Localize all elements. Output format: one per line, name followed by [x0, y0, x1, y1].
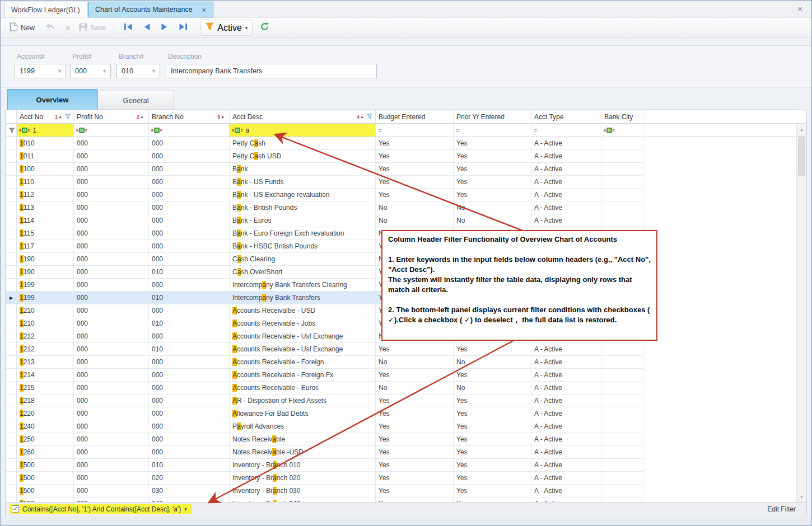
- active-filter-button[interactable]: Active ▾: [200, 20, 253, 36]
- cell-desc[interactable]: Bank - HSBC British Pounds: [230, 240, 376, 253]
- cell-profit[interactable]: 000: [74, 227, 149, 240]
- cell-budget[interactable]: Yes: [376, 472, 454, 485]
- cell-desc[interactable]: Cash Clearing: [230, 253, 376, 266]
- cell-prior[interactable]: No: [454, 253, 531, 266]
- scroll-down-icon[interactable]: ▼: [797, 492, 806, 502]
- cell-profit[interactable]: 000: [74, 304, 149, 317]
- cell-acct[interactable]: 1500: [17, 472, 74, 485]
- tab-general[interactable]: General: [97, 91, 174, 110]
- cell-acct[interactable]: 1100: [17, 163, 74, 176]
- cell-prior[interactable]: Yes: [454, 317, 531, 330]
- cell-branch[interactable]: 000: [149, 420, 230, 433]
- cell-prior[interactable]: Yes: [454, 459, 531, 472]
- cell-desc[interactable]: Accounts Receivable - Foreign: [230, 356, 376, 369]
- cell-bank[interactable]: [601, 189, 643, 201]
- cell-branch[interactable]: 010: [149, 343, 230, 356]
- cell-acct[interactable]: 1220: [17, 407, 74, 420]
- table-row[interactable]: 1213000000Accounts Receivable - ForeignN…: [6, 356, 806, 369]
- cell-profit[interactable]: 000: [74, 394, 149, 407]
- cell-acct[interactable]: 1210: [17, 317, 74, 330]
- cell-budget[interactable]: Yes: [376, 150, 454, 163]
- undo-button[interactable]: [43, 21, 60, 35]
- cell-desc[interactable]: Petty Cash: [230, 137, 376, 150]
- cell-bank[interactable]: [601, 330, 643, 343]
- cell-profit[interactable]: 000: [74, 420, 149, 433]
- cell-profit[interactable]: 000: [74, 472, 149, 485]
- cell-desc[interactable]: Intercompany Bank Transfers Clearing: [230, 279, 376, 292]
- table-row[interactable]: 1190000000Cash ClearingNoNoA - Active: [6, 253, 806, 266]
- cell-bank[interactable]: [601, 137, 643, 150]
- cell-bank[interactable]: [601, 201, 643, 214]
- cell-type[interactable]: A - Active: [531, 382, 601, 394]
- cell-budget[interactable]: Yes: [376, 137, 454, 150]
- chevron-down-icon[interactable]: ▼: [57, 68, 66, 74]
- cell-prior[interactable]: Yes: [454, 446, 531, 459]
- table-row[interactable]: 1500000030Inventory - Branch 030YesYesA …: [6, 485, 806, 497]
- cell-branch[interactable]: 000: [149, 394, 230, 407]
- column-funnel-icon[interactable]: [366, 113, 372, 121]
- cell-type[interactable]: A - Active: [531, 201, 601, 214]
- cell-profit[interactable]: 000: [74, 266, 149, 279]
- cell-profit[interactable]: 000: [74, 382, 149, 394]
- cell-acct[interactable]: 1500: [17, 459, 74, 472]
- table-row[interactable]: 1010000000Petty CashYesYesA - Active: [6, 137, 806, 150]
- cell-prior[interactable]: Yes: [454, 369, 531, 382]
- description-field[interactable]: [166, 64, 377, 78]
- cell-bank[interactable]: [601, 253, 643, 266]
- cell-desc[interactable]: Accounts Receivable - Euros: [230, 382, 376, 394]
- cell-branch[interactable]: 000: [149, 382, 230, 394]
- tab-close-icon[interactable]: ×: [202, 6, 206, 14]
- cell-acct[interactable]: 1117: [17, 240, 74, 253]
- cell-desc[interactable]: Accounts Receivable - Jobs: [230, 317, 376, 330]
- cell-acct[interactable]: 1210: [17, 304, 74, 317]
- table-row[interactable]: 1110000000Bank - US FundsYesYesA - Activ…: [6, 176, 806, 189]
- cell-prior[interactable]: Yes: [454, 240, 531, 253]
- cell-bank[interactable]: [601, 343, 643, 356]
- cell-budget[interactable]: Yes: [376, 317, 454, 330]
- cell-branch[interactable]: 000: [149, 446, 230, 459]
- cell-type[interactable]: A - Active: [531, 253, 601, 266]
- cell-branch[interactable]: 000: [149, 253, 230, 266]
- table-row[interactable]: 1250000000Notes ReceivableYesYesA - Acti…: [6, 433, 806, 446]
- cell-prior[interactable]: Yes: [454, 433, 531, 446]
- cell-budget[interactable]: Yes: [376, 394, 454, 407]
- cell-prior[interactable]: Yes: [454, 485, 531, 497]
- table-row[interactable]: 1117000000Bank - HSBC British PoundsYesY…: [6, 240, 806, 253]
- cell-branch[interactable]: 000: [149, 214, 230, 227]
- cell-prior[interactable]: No: [454, 356, 531, 369]
- table-row[interactable]: 1115000000Bank - Euro Foreign Exch reval…: [6, 227, 806, 240]
- cell-profit[interactable]: 000: [74, 279, 149, 292]
- cell-prior[interactable]: Yes: [454, 176, 531, 189]
- cell-bank[interactable]: [601, 356, 643, 369]
- table-row[interactable]: 1260000000Notes Receivable -USDYesYesA -…: [6, 446, 806, 459]
- branch-input[interactable]: [117, 67, 151, 75]
- cell-type[interactable]: A - Active: [531, 176, 601, 189]
- cell-budget[interactable]: Yes: [376, 240, 454, 253]
- cell-prior[interactable]: Yes: [454, 137, 531, 150]
- cell-branch[interactable]: 030: [149, 485, 230, 497]
- cell-budget[interactable]: Yes: [376, 292, 454, 304]
- cell-prior[interactable]: No: [454, 227, 531, 240]
- chevron-down-icon[interactable]: ▼: [151, 68, 160, 74]
- cell-desc[interactable]: Payroll Advances: [230, 420, 376, 433]
- cell-type[interactable]: A - Active: [531, 485, 601, 497]
- save-button[interactable]: Save: [76, 21, 110, 35]
- cell-desc[interactable]: Inventory - Branch 020: [230, 472, 376, 485]
- cell-prior[interactable]: No: [454, 214, 531, 227]
- cell-profit[interactable]: 000: [74, 137, 149, 150]
- cell-desc[interactable]: Petty Cash USD: [230, 150, 376, 163]
- cell-acct[interactable]: 1218: [17, 394, 74, 407]
- cell-bank[interactable]: [601, 317, 643, 330]
- cell-acct[interactable]: 1190: [17, 266, 74, 279]
- cell-budget[interactable]: No: [376, 227, 454, 240]
- tab-overview[interactable]: Overview: [7, 89, 97, 110]
- cell-branch[interactable]: 000: [149, 407, 230, 420]
- cell-profit[interactable]: 000: [74, 176, 149, 189]
- cell-branch[interactable]: 000: [149, 189, 230, 201]
- cell-bank[interactable]: [601, 279, 643, 292]
- cell-bank[interactable]: [601, 292, 643, 304]
- cell-profit[interactable]: 000: [74, 253, 149, 266]
- cell-profit[interactable]: 000: [74, 407, 149, 420]
- cell-type[interactable]: A - Active: [531, 304, 601, 317]
- cell-type[interactable]: A - Active: [531, 189, 601, 201]
